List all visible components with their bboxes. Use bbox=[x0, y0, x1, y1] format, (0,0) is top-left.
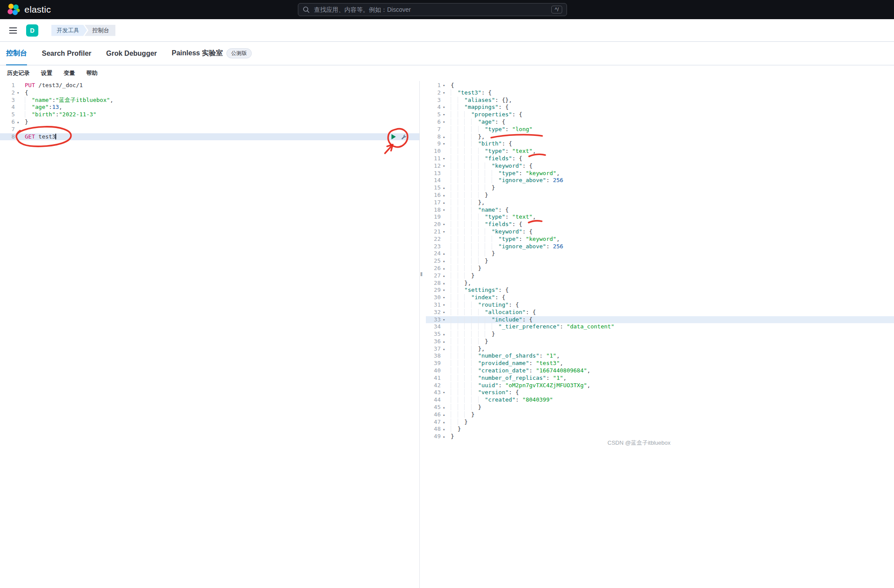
editor-line-7[interactable]: 7 bbox=[0, 126, 419, 133]
fold-toggle-icon[interactable]: ▴ bbox=[441, 411, 447, 419]
output-line-12[interactable]: 12▾ "keyword": { bbox=[426, 162, 894, 170]
output-line-46[interactable]: 46▴ } bbox=[426, 411, 894, 419]
output-line-40[interactable]: 40 "creation_date": "1667440809684", bbox=[426, 367, 894, 375]
output-line-6[interactable]: 6▾ "age": { bbox=[426, 118, 894, 126]
output-line-42[interactable]: 42 "uuid": "oM2pn7gvTXC4ZjMFUO3TXg", bbox=[426, 382, 894, 389]
output-line-33[interactable]: 33▾ "include": { bbox=[426, 316, 894, 324]
output-line-45[interactable]: 45▴ } bbox=[426, 404, 894, 411]
output-line-24[interactable]: 24▴ } bbox=[426, 250, 894, 257]
fold-toggle-icon[interactable]: ▾ bbox=[441, 118, 447, 126]
global-search-input[interactable] bbox=[313, 6, 548, 14]
fold-toggle-icon[interactable]: ▾ bbox=[441, 82, 447, 89]
fold-toggle-icon[interactable]: ▾ bbox=[441, 301, 447, 309]
output-line-15[interactable]: 15▴ } bbox=[426, 184, 894, 192]
fold-toggle-icon[interactable]: ▴ bbox=[441, 426, 447, 433]
output-line-13[interactable]: 13 "type": "keyword", bbox=[426, 170, 894, 177]
output-line-36[interactable]: 36▴ } bbox=[426, 338, 894, 345]
output-line-32[interactable]: 32▾ "allocation": { bbox=[426, 309, 894, 316]
fold-toggle-icon[interactable]: ▴ bbox=[441, 265, 447, 272]
output-line-41[interactable]: 41 "number_of_replicas": "1", bbox=[426, 375, 894, 382]
fold-toggle-icon[interactable]: ▾ bbox=[441, 111, 447, 118]
fold-toggle-icon[interactable]: ▾ bbox=[441, 89, 447, 97]
fold-toggle-icon[interactable]: ▾ bbox=[441, 155, 447, 162]
output-line-7[interactable]: 7 "type": "long" bbox=[426, 126, 894, 133]
output-line-28[interactable]: 28▴ }, bbox=[426, 280, 894, 287]
output-line-18[interactable]: 18▾ "name": { bbox=[426, 206, 894, 214]
output-line-26[interactable]: 26▴ } bbox=[426, 265, 894, 272]
output-line-43[interactable]: 43▾ "version": { bbox=[426, 389, 894, 396]
fold-toggle-icon[interactable]: ▴ bbox=[441, 192, 447, 199]
request-options-button[interactable] bbox=[401, 134, 407, 140]
output-line-34[interactable]: 34 "_tier_preference": "data_content" bbox=[426, 323, 894, 331]
fold-toggle-icon[interactable]: ▾ bbox=[441, 140, 447, 148]
output-line-37[interactable]: 37▴ }, bbox=[426, 345, 894, 353]
output-line-10[interactable]: 10 "type": "text", bbox=[426, 148, 894, 155]
console-menu-variables[interactable]: 变量 bbox=[64, 69, 75, 77]
output-line-47[interactable]: 47▴ } bbox=[426, 419, 894, 426]
output-line-48[interactable]: 48▴ } bbox=[426, 426, 894, 433]
editor-line-5[interactable]: 5 "birth":"2022-11-3" bbox=[0, 111, 419, 118]
fold-toggle-icon[interactable]: ▴ bbox=[441, 133, 447, 141]
menu-toggle-button[interactable] bbox=[8, 25, 18, 36]
fold-toggle-icon[interactable]: ▾ bbox=[441, 206, 447, 214]
output-line-39[interactable]: 39 "provided_name": "test3", bbox=[426, 360, 894, 367]
global-search[interactable]: ^/ bbox=[298, 3, 567, 16]
output-line-5[interactable]: 5▾ "properties": { bbox=[426, 111, 894, 118]
fold-toggle-icon[interactable]: ▾ bbox=[441, 389, 447, 396]
fold-toggle-icon[interactable]: ▴ bbox=[441, 184, 447, 192]
output-line-27[interactable]: 27▴ } bbox=[426, 272, 894, 280]
fold-toggle-icon[interactable]: ▴ bbox=[441, 433, 447, 440]
editor-line-6[interactable]: 6▴} bbox=[0, 118, 419, 126]
output-line-4[interactable]: 4▾ "mappings": { bbox=[426, 104, 894, 111]
breadcrumb-console[interactable]: 控制台 bbox=[84, 25, 115, 36]
output-line-22[interactable]: 22 "type": "keyword", bbox=[426, 236, 894, 243]
fold-toggle-icon[interactable]: ▴ bbox=[441, 199, 447, 206]
editor-line-4[interactable]: 4 "age":13, bbox=[0, 104, 419, 111]
editor-line-2[interactable]: 2▾{ bbox=[0, 89, 419, 97]
fold-toggle-icon[interactable]: ▾ bbox=[441, 294, 447, 301]
console-menu-history[interactable]: 历史记录 bbox=[7, 69, 30, 77]
fold-toggle-icon[interactable]: ▴ bbox=[441, 338, 447, 345]
output-line-38[interactable]: 38 "number_of_shards": "1", bbox=[426, 352, 894, 360]
tab-grok-debugger[interactable]: Grok Debugger bbox=[106, 42, 157, 65]
output-line-25[interactable]: 25▴ } bbox=[426, 257, 894, 265]
output-line-3[interactable]: 3 "aliases": {}, bbox=[426, 97, 894, 104]
output-line-11[interactable]: 11▾ "fields": { bbox=[426, 155, 894, 162]
output-line-31[interactable]: 31▾ "routing": { bbox=[426, 301, 894, 309]
fold-toggle-icon[interactable]: ▴ bbox=[441, 272, 447, 280]
output-line-23[interactable]: 23 "ignore_above": 256 bbox=[426, 243, 894, 250]
fold-toggle-icon[interactable]: ▾ bbox=[441, 162, 447, 170]
output-line-2[interactable]: 2▾ "test3": { bbox=[426, 89, 894, 97]
output-line-35[interactable]: 35▴ } bbox=[426, 331, 894, 338]
request-editor[interactable]: 1PUT /test3/_doc/12▾{3 "name":"蓝盒子itblue… bbox=[0, 81, 419, 588]
console-menu-help[interactable]: 帮助 bbox=[86, 69, 98, 77]
output-line-17[interactable]: 17▴ }, bbox=[426, 199, 894, 206]
fold-toggle-icon[interactable]: ▴ bbox=[441, 419, 447, 426]
output-line-19[interactable]: 19 "type": "text", bbox=[426, 213, 894, 221]
output-line-20[interactable]: 20▾ "fields": { bbox=[426, 221, 894, 228]
output-line-9[interactable]: 9▾ "birth": { bbox=[426, 140, 894, 148]
fold-toggle-icon[interactable]: ▾ bbox=[441, 228, 447, 236]
panel-resizer[interactable]: ‖ bbox=[419, 81, 426, 588]
tab-search-profiler[interactable]: Search Profiler bbox=[42, 42, 91, 65]
fold-toggle-icon[interactable]: ▾ bbox=[441, 316, 447, 324]
fold-toggle-icon[interactable]: ▾ bbox=[441, 104, 447, 111]
output-line-30[interactable]: 30▾ "index": { bbox=[426, 294, 894, 301]
elastic-logo[interactable]: elastic bbox=[7, 3, 51, 16]
fold-toggle-icon[interactable]: ▴ bbox=[15, 118, 21, 126]
output-line-1[interactable]: 1▾{ bbox=[426, 82, 894, 89]
fold-toggle-icon[interactable]: ▴ bbox=[441, 404, 447, 411]
fold-toggle-icon[interactable]: ▴ bbox=[441, 250, 447, 257]
fold-toggle-icon[interactable]: ▾ bbox=[441, 221, 447, 228]
fold-toggle-icon[interactable]: ▾ bbox=[441, 287, 447, 294]
fold-toggle-icon[interactable]: ▾ bbox=[441, 309, 447, 316]
tab-painless-lab[interactable]: Painless 实验室公测版 bbox=[172, 42, 251, 65]
editor-line-8[interactable]: 8GET test3 bbox=[0, 133, 419, 141]
response-output[interactable]: 1▾{2▾ "test3": {3 "aliases": {},4▾ "mapp… bbox=[426, 81, 894, 588]
fold-toggle-icon[interactable]: ▴ bbox=[441, 345, 447, 353]
console-menu-settings[interactable]: 设置 bbox=[41, 69, 52, 77]
tab-console[interactable]: 控制台 bbox=[6, 42, 27, 65]
output-line-29[interactable]: 29▾ "settings": { bbox=[426, 287, 894, 294]
output-line-44[interactable]: 44 "created": "8040399" bbox=[426, 396, 894, 404]
breadcrumb-dev-tools[interactable]: 开发工具 bbox=[51, 25, 87, 36]
